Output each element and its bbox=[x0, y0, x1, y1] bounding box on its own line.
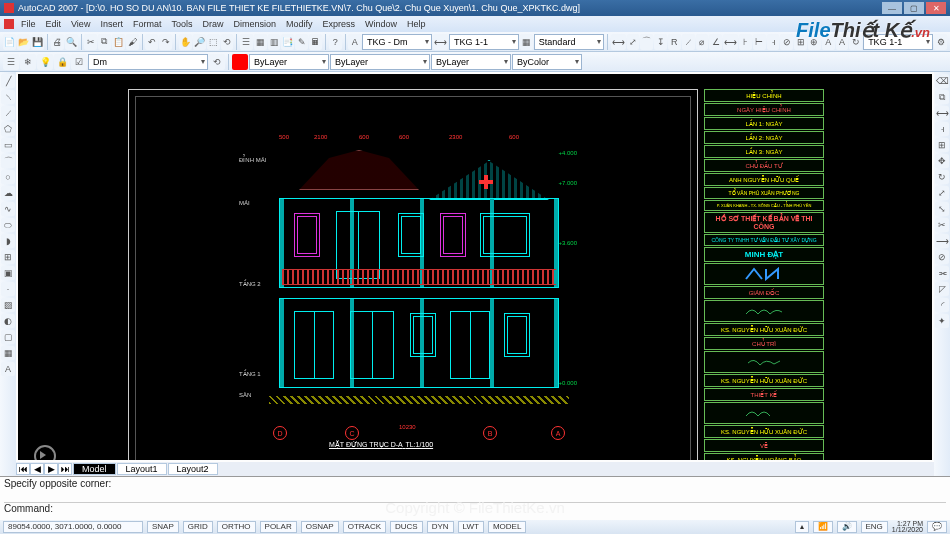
tray-chevron-icon[interactable]: ▴ bbox=[795, 521, 809, 533]
minimize-button[interactable]: — bbox=[882, 2, 902, 14]
menu-insert[interactable]: Insert bbox=[95, 19, 128, 29]
menu-help[interactable]: Help bbox=[402, 19, 431, 29]
new-icon[interactable]: 📄 bbox=[3, 34, 16, 50]
tab-first-icon[interactable]: ⏮ bbox=[16, 463, 30, 475]
dim-ordinate-icon[interactable]: ↧ bbox=[654, 34, 667, 50]
region-icon[interactable]: ▢ bbox=[1, 330, 15, 344]
maximize-button[interactable]: ▢ bbox=[904, 2, 924, 14]
layer-lock-icon[interactable]: 🔒 bbox=[54, 54, 70, 70]
color-dropdown[interactable]: ByLayer bbox=[249, 54, 329, 70]
tray-volume-icon[interactable]: 🔊 bbox=[837, 521, 857, 533]
dim-linear-icon[interactable]: ⟷ bbox=[611, 34, 626, 50]
circle-icon[interactable]: ○ bbox=[1, 170, 15, 184]
tab-layout1[interactable]: Layout1 bbox=[117, 463, 167, 475]
properties-icon[interactable]: ☰ bbox=[240, 34, 253, 50]
trim-icon[interactable]: ✂ bbox=[935, 218, 949, 232]
point-icon[interactable]: · bbox=[1, 282, 15, 296]
copy-obj-icon[interactable]: ⧉ bbox=[935, 90, 949, 104]
layer-props-icon[interactable]: ☰ bbox=[3, 54, 19, 70]
toggle-dyn[interactable]: DYN bbox=[427, 521, 454, 533]
dim-icon[interactable]: ⟷ bbox=[433, 34, 448, 50]
toggle-model[interactable]: MODEL bbox=[488, 521, 526, 533]
xline-icon[interactable]: ⟍ bbox=[1, 90, 15, 104]
scale-icon[interactable]: ⤢ bbox=[935, 186, 949, 200]
lineweight-dropdown[interactable]: ByLayer bbox=[431, 54, 511, 70]
menu-view[interactable]: View bbox=[66, 19, 95, 29]
insert-block-icon[interactable]: ⊞ bbox=[1, 250, 15, 264]
dim-break-icon[interactable]: ⊘ bbox=[780, 34, 793, 50]
table-draw-icon[interactable]: ▦ bbox=[1, 346, 15, 360]
mirror-icon[interactable]: ⟷ bbox=[935, 106, 949, 120]
zoom-previous-icon[interactable]: ⟲ bbox=[221, 34, 234, 50]
make-block-icon[interactable]: ▣ bbox=[1, 266, 15, 280]
matchprop-icon[interactable]: 🖌 bbox=[126, 34, 139, 50]
erase-icon[interactable]: ⌫ bbox=[935, 74, 949, 88]
toggle-lwt[interactable]: LWT bbox=[458, 521, 484, 533]
tab-last-icon[interactable]: ⏭ bbox=[58, 463, 72, 475]
menu-format[interactable]: Format bbox=[128, 19, 167, 29]
chamfer-icon[interactable]: ◸ bbox=[935, 282, 949, 296]
paste-icon[interactable]: 📋 bbox=[112, 34, 125, 50]
tab-model[interactable]: Model bbox=[73, 463, 116, 475]
tab-prev-icon[interactable]: ◀ bbox=[30, 463, 44, 475]
offset-icon[interactable]: ⫞ bbox=[935, 122, 949, 136]
menu-express[interactable]: Express bbox=[318, 19, 361, 29]
line-icon[interactable]: ╱ bbox=[1, 74, 15, 88]
tray-network-icon[interactable]: 📶 bbox=[813, 521, 833, 533]
menu-draw[interactable]: Draw bbox=[197, 19, 228, 29]
toggle-ducs[interactable]: DUCS bbox=[390, 521, 423, 533]
pan-icon[interactable]: ✋ bbox=[179, 34, 192, 50]
break-icon[interactable]: ⊘ bbox=[935, 250, 949, 264]
tab-layout2[interactable]: Layout2 bbox=[168, 463, 218, 475]
dim-angular-icon[interactable]: ∠ bbox=[709, 34, 722, 50]
drawing-canvas[interactable]: 500 2100 600 600 2300 600 10230 +7.000 +… bbox=[18, 74, 932, 460]
open-icon[interactable]: 📂 bbox=[17, 34, 30, 50]
move-icon[interactable]: ✥ bbox=[935, 154, 949, 168]
join-icon[interactable]: ⫘ bbox=[935, 266, 949, 280]
sheetset-icon[interactable]: 📑 bbox=[281, 34, 294, 50]
undo-icon[interactable]: ↶ bbox=[145, 34, 158, 50]
plot-preview-icon[interactable]: 🔍 bbox=[65, 34, 78, 50]
color-swatch-icon[interactable] bbox=[232, 54, 248, 70]
toggle-otrack[interactable]: OTRACK bbox=[343, 521, 386, 533]
layer-previous-icon[interactable]: ⟲ bbox=[209, 54, 225, 70]
dim-radius-icon[interactable]: R bbox=[668, 34, 681, 50]
dim-aligned-icon[interactable]: ⤢ bbox=[627, 34, 640, 50]
menu-file[interactable]: File bbox=[16, 19, 41, 29]
designcenter-icon[interactable]: ▦ bbox=[254, 34, 267, 50]
polyline-icon[interactable]: ⟋ bbox=[1, 106, 15, 120]
dimstyle-dropdown[interactable]: TKG 1-1 bbox=[449, 34, 519, 50]
plotstyle-dropdown[interactable]: ByColor bbox=[512, 54, 582, 70]
linetype-dropdown[interactable]: ByLayer bbox=[330, 54, 430, 70]
rectangle-icon[interactable]: ▭ bbox=[1, 138, 15, 152]
layer-dropdown[interactable]: Dm bbox=[88, 54, 208, 70]
tablestyle-dropdown[interactable]: Standard bbox=[534, 34, 604, 50]
toggle-ortho[interactable]: ORTHO bbox=[217, 521, 256, 533]
arc-icon[interactable]: ⌒ bbox=[1, 154, 15, 168]
dim-space-icon[interactable]: ⫞ bbox=[767, 34, 780, 50]
dimstyle-manager-icon[interactable]: ⚙ bbox=[934, 34, 947, 50]
menu-window[interactable]: Window bbox=[360, 19, 402, 29]
layer-freeze-icon[interactable]: ❄ bbox=[20, 54, 36, 70]
layer-state-icon[interactable]: ☑ bbox=[71, 54, 87, 70]
command-line[interactable]: Specify opposite corner: Command: bbox=[0, 476, 950, 520]
layer-off-icon[interactable]: 💡 bbox=[37, 54, 53, 70]
toggle-snap[interactable]: SNAP bbox=[147, 521, 179, 533]
tray-lang[interactable]: ENG bbox=[861, 521, 888, 533]
ellipse-icon[interactable]: ⬭ bbox=[1, 218, 15, 232]
ellipse-arc-icon[interactable]: ◗ bbox=[1, 234, 15, 248]
command-prompt[interactable]: Command: bbox=[4, 502, 946, 514]
spline-icon[interactable]: ∿ bbox=[1, 202, 15, 216]
revcloud-icon[interactable]: ☁ bbox=[1, 186, 15, 200]
menu-tools[interactable]: Tools bbox=[166, 19, 197, 29]
fillet-icon[interactable]: ◜ bbox=[935, 298, 949, 312]
tab-next-icon[interactable]: ▶ bbox=[44, 463, 58, 475]
polygon-icon[interactable]: ⬠ bbox=[1, 122, 15, 136]
dim-tool-icon[interactable]: A bbox=[348, 34, 361, 50]
stretch-icon[interactable]: ⤡ bbox=[935, 202, 949, 216]
calc-icon[interactable]: 🖩 bbox=[309, 34, 322, 50]
extend-icon[interactable]: ⟶ bbox=[935, 234, 949, 248]
table-icon[interactable]: ▦ bbox=[520, 34, 533, 50]
dim-quick-icon[interactable]: ⟷ bbox=[723, 34, 738, 50]
dim-baseline-icon[interactable]: ⊦ bbox=[739, 34, 752, 50]
